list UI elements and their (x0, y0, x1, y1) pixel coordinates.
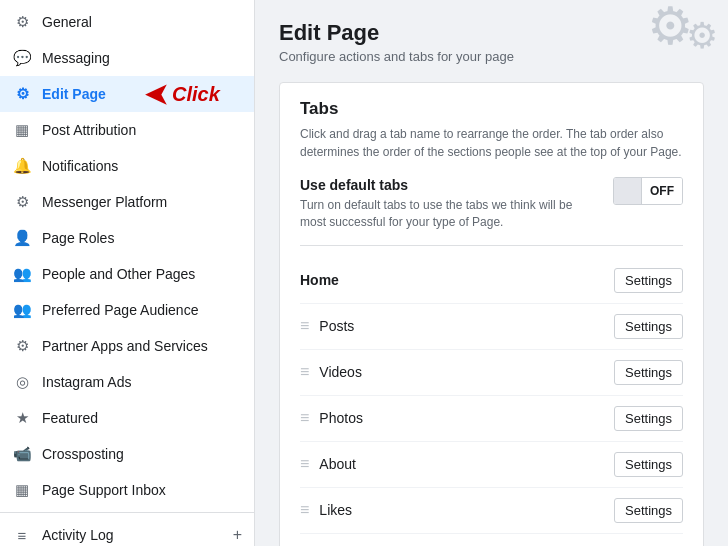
tab-row-photos: ≡ Photos Settings (300, 396, 683, 442)
sidebar-item-label: Page Roles (42, 230, 114, 246)
notifications-icon: 🔔 (12, 156, 32, 176)
bottom-click-annotation: ➤ Click (440, 543, 623, 546)
edit-page-icon: ⚙ (12, 84, 32, 104)
messenger-platform-icon: ⚙ (12, 192, 32, 212)
instagram-ads-icon: ◎ (12, 372, 32, 392)
tab-row-home: Home Settings (300, 258, 683, 304)
sidebar-item-label: Preferred Page Audience (42, 302, 198, 318)
sidebar-item-label: Partner Apps and Services (42, 338, 208, 354)
default-tabs-toggle[interactable]: OFF (613, 177, 683, 205)
sidebar-item-label: Edit Page (42, 86, 106, 102)
default-tabs-description: Turn on default tabs to use the tabs we … (300, 197, 600, 231)
tabs-header: Tabs (300, 99, 683, 119)
sidebar-item-instagram-ads[interactable]: ◎ Instagram Ads (0, 364, 254, 400)
sidebar-item-general[interactable]: ⚙ General (0, 4, 254, 40)
sidebar-item-crossposting[interactable]: 📹 Crossposting (0, 436, 254, 472)
toggle-track (614, 178, 641, 204)
general-icon: ⚙ (12, 12, 32, 32)
arrow-icon: ➤ (145, 78, 168, 111)
page-subtitle: Configure actions and tabs for your page (279, 49, 704, 64)
sidebar: ⚙ General 💬 Messaging ⚙ Edit Page ➤ Clic… (0, 0, 255, 546)
drag-handle-likes[interactable]: ≡ (300, 501, 309, 519)
sidebar-item-label: Crossposting (42, 446, 124, 462)
sidebar-item-label: Messenger Platform (42, 194, 167, 210)
tab-row-videos: ≡ Videos Settings (300, 350, 683, 396)
sidebar-item-label: Post Attribution (42, 122, 136, 138)
tab-settings-videos[interactable]: Settings (614, 360, 683, 385)
preferred-page-audience-icon: 👥 (12, 300, 32, 320)
toggle-label: OFF (641, 178, 682, 204)
main-content: ⚙ ⚙ Edit Page Configure actions and tabs… (255, 0, 728, 546)
sidebar-item-label: Instagram Ads (42, 374, 132, 390)
click-label: Click (172, 83, 220, 106)
click-arrow-annotation: ➤ Click (145, 78, 220, 111)
bottom-arrow-icon: ➤ (437, 535, 470, 546)
sidebar-item-notifications[interactable]: 🔔 Notifications (0, 148, 254, 184)
default-tabs-label: Use default tabs (300, 177, 600, 193)
sidebar-divider (0, 512, 254, 513)
tab-settings-about[interactable]: Settings (614, 452, 683, 477)
tabs-description: Click and drag a tab name to rearrange t… (300, 125, 683, 161)
drag-handle-about[interactable]: ≡ (300, 455, 309, 473)
sidebar-item-activity-log[interactable]: ≡ Activity Log + (0, 517, 254, 546)
tab-name-videos: Videos (319, 364, 614, 380)
tab-name-posts: Posts (319, 318, 614, 334)
tab-name-likes: Likes (319, 502, 614, 518)
messaging-icon: 💬 (12, 48, 32, 68)
tab-row-likes: ≡ Likes Settings (300, 488, 683, 534)
sidebar-item-label: General (42, 14, 92, 30)
tab-settings-photos[interactable]: Settings (614, 406, 683, 431)
partner-apps-icon: ⚙ (12, 336, 32, 356)
tab-name-photos: Photos (319, 410, 614, 426)
activity-log-icon: ≡ (12, 525, 32, 545)
sidebar-item-post-attribution[interactable]: ▦ Post Attribution (0, 112, 254, 148)
sidebar-item-people-other-pages[interactable]: 👥 People and Other Pages (0, 256, 254, 292)
sidebar-item-label: People and Other Pages (42, 266, 195, 282)
sidebar-item-page-support-inbox[interactable]: ▦ Page Support Inbox (0, 472, 254, 508)
sidebar-item-messenger-platform[interactable]: ⚙ Messenger Platform (0, 184, 254, 220)
tabs-section: Tabs Click and drag a tab name to rearra… (279, 82, 704, 546)
sidebar-item-label: Page Support Inbox (42, 482, 166, 498)
tab-row-posts: ≡ Posts Settings (300, 304, 683, 350)
drag-handle-photos[interactable]: ≡ (300, 409, 309, 427)
page-title: Edit Page (279, 20, 704, 46)
default-tabs-text: Use default tabs Turn on default tabs to… (300, 177, 600, 231)
tab-name-home: Home (300, 272, 614, 288)
sidebar-item-featured[interactable]: ★ Featured (0, 400, 254, 436)
tab-name-about: About (319, 456, 614, 472)
page-support-inbox-icon: ▦ (12, 480, 32, 500)
featured-icon: ★ (12, 408, 32, 428)
tab-settings-likes[interactable]: Settings (614, 498, 683, 523)
page-header: Edit Page Configure actions and tabs for… (279, 20, 704, 64)
sidebar-item-label: Notifications (42, 158, 118, 174)
tab-settings-home[interactable]: Settings (614, 268, 683, 293)
sidebar-item-label: Messaging (42, 50, 110, 66)
tab-settings-posts[interactable]: Settings (614, 314, 683, 339)
crossposting-icon: 📹 (12, 444, 32, 464)
sidebar-item-preferred-page-audience[interactable]: 👥 Preferred Page Audience (0, 292, 254, 328)
post-attribution-icon: ▦ (12, 120, 32, 140)
sidebar-item-messaging[interactable]: 💬 Messaging (0, 40, 254, 76)
drag-handle-videos[interactable]: ≡ (300, 363, 309, 381)
sidebar-item-page-roles[interactable]: 👤 Page Roles (0, 220, 254, 256)
tab-row-about: ≡ About Settings (300, 442, 683, 488)
drag-handle-posts[interactable]: ≡ (300, 317, 309, 335)
sidebar-item-label: Activity Log (42, 527, 114, 543)
sidebar-item-label: Featured (42, 410, 98, 426)
default-tabs-row: Use default tabs Turn on default tabs to… (300, 177, 683, 246)
sidebar-item-partner-apps[interactable]: ⚙ Partner Apps and Services (0, 328, 254, 364)
people-other-pages-icon: 👥 (12, 264, 32, 284)
sidebar-item-edit-page[interactable]: ⚙ Edit Page ➤ Click (0, 76, 254, 112)
page-roles-icon: 👤 (12, 228, 32, 248)
expand-icon: + (233, 526, 242, 544)
